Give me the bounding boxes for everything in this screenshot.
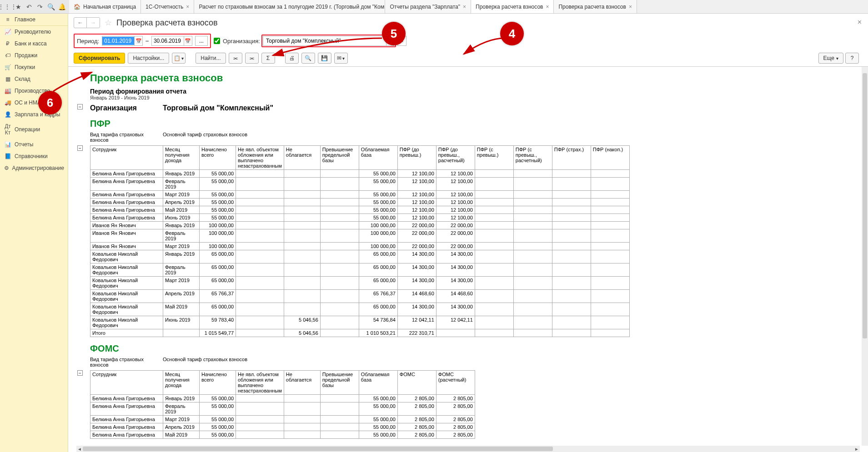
cell (513, 229, 552, 243)
nav-back-icon[interactable]: ← (74, 18, 87, 28)
generate-button[interactable]: Сформировать (74, 53, 125, 64)
table-row[interactable]: Белкина Анна ГригорьевнаМай 201955 000,0… (90, 431, 475, 439)
table-row[interactable]: Ковальков Николай ФедоровичЯнварь 201965… (90, 250, 630, 263)
scrollbar-horizontal[interactable]: ◄ ► (76, 446, 860, 452)
preview-button[interactable]: 🔍 (301, 53, 315, 64)
table-row[interactable]: Ковальков Николай ФедоровичМай 201965 00… (90, 303, 630, 316)
tab[interactable]: Проверка расчета взносов× (554, 0, 637, 13)
tab-close-icon[interactable]: × (186, 4, 189, 10)
print-button[interactable]: 🖨 (285, 53, 299, 64)
date-from-field[interactable]: 📅 (102, 36, 143, 46)
star-icon[interactable]: ★ (13, 1, 24, 12)
sidebar-item[interactable]: ⚙Администрирование (0, 162, 68, 174)
send-button[interactable]: ✉ (334, 53, 348, 64)
sidebar-item[interactable]: 🛒Покупки (0, 61, 68, 73)
cell: 55 000,00 (200, 431, 236, 439)
structure-button[interactable]: 📋 (172, 53, 186, 64)
search-icon[interactable]: 🔍 (45, 1, 56, 12)
table-row[interactable]: Белкина Анна ГригорьевнаМай 201955 000,0… (90, 206, 630, 214)
table-row[interactable]: Белкина Анна ГригорьевнаЯнварь 201955 00… (90, 170, 630, 178)
back-icon[interactable]: ↶ (24, 1, 35, 12)
calendar-from-icon[interactable]: 📅 (134, 36, 142, 45)
sum-button[interactable]: Σ (261, 53, 275, 64)
cell: 65 766,37 (359, 290, 397, 303)
table-row[interactable]: Ковальков Николай ФедоровичИюнь 201959 7… (90, 316, 630, 329)
tab[interactable]: Расчет по страховым взносам за 1 полугод… (194, 0, 385, 13)
org-field[interactable]: Торговый дом "Комплексный" ▾ (263, 36, 395, 46)
cell (513, 222, 552, 229)
tab-close-icon[interactable]: × (463, 4, 466, 10)
sidebar-item[interactable]: ▦Склад (0, 73, 68, 85)
date-to-input[interactable] (152, 37, 184, 45)
date-from-input[interactable] (102, 37, 134, 45)
sidebar-item[interactable]: 🏷Продажи (0, 50, 68, 61)
cell (552, 170, 591, 178)
expand-button[interactable]: ⫘ (229, 53, 242, 64)
cell: 55 000,00 (200, 206, 236, 214)
cell (320, 199, 359, 206)
sidebar-item[interactable]: Дт КтОперации (0, 120, 68, 139)
date-to-field[interactable]: 📅 (151, 36, 192, 46)
report-area[interactable]: Проверка расчета взносов Период формиров… (68, 66, 868, 452)
close-panel-icon[interactable]: × (858, 18, 862, 26)
scroll-right-icon[interactable]: ► (853, 446, 860, 452)
tab[interactable]: Проверка расчета взносов× (471, 0, 554, 13)
cell: 55 000,00 (359, 199, 397, 206)
favorite-icon[interactable]: ☆ (105, 18, 112, 28)
sidebar-item[interactable]: ₽Банк и касса (0, 38, 68, 50)
table-row[interactable]: Белкина Анна ГригорьевнаМарт 201955 000,… (90, 191, 630, 199)
cell: 100 000,00 (200, 229, 236, 243)
cell: 22 000,00 (397, 222, 436, 229)
more-button[interactable]: Еще▾ (818, 53, 843, 64)
table-row[interactable]: Ковальков Николай ФедоровичФевраль 20196… (90, 263, 630, 277)
scroll-left-icon[interactable]: ◄ (76, 446, 83, 452)
cell (591, 178, 629, 191)
sidebar-item[interactable]: 📘Справочники (0, 150, 68, 162)
collapse-toggle-icon[interactable]: − (77, 145, 83, 151)
table-row[interactable]: Ковальков Николай ФедоровичМарт 201965 0… (90, 277, 630, 290)
table-row[interactable]: Иванов Ян ЯновичФевраль 2019100 000,0010… (90, 229, 630, 243)
sidebar-item[interactable]: ≡Главное (0, 14, 68, 26)
calendar-to-icon[interactable]: 📅 (184, 36, 192, 45)
settings-button[interactable]: Настройки... (128, 53, 169, 64)
tab[interactable]: Начальная страница (69, 0, 141, 13)
scroll-thumb[interactable] (83, 447, 553, 451)
sidebar-item[interactable]: 📊Отчеты (0, 139, 68, 150)
tab[interactable]: Отчеты раздела "Зарплата"× (385, 0, 471, 13)
table-row[interactable]: Белкина Анна ГригорьевнаФевраль 201955 0… (90, 178, 630, 191)
table-row[interactable]: Итого1 015 549,775 046,561 010 503,21222… (90, 329, 630, 337)
period-label: Период: (77, 38, 99, 45)
sidebar-item[interactable]: 📈Руководителю (0, 26, 68, 38)
save-button[interactable]: 💾 (318, 53, 331, 64)
table-row[interactable]: Белкина Анна ГригорьевнаФевраль 201955 0… (90, 402, 475, 416)
collapse-toggle-icon[interactable]: − (77, 104, 83, 109)
help-button[interactable]: ? (845, 53, 859, 64)
org-checkbox[interactable] (214, 38, 220, 44)
tab[interactable]: 1С-Отчетность× (141, 0, 194, 13)
collapse-toggle-icon[interactable]: − (77, 370, 83, 376)
table-row[interactable]: Белкина Анна ГригорьевнаАпрель 201955 00… (90, 199, 630, 206)
forward-icon[interactable]: ↷ (35, 1, 45, 12)
tab-label: Расчет по страховым взносам за 1 полугод… (199, 4, 385, 10)
cell: 14 300,00 (397, 303, 436, 316)
nav-fwd-icon[interactable]: → (87, 18, 100, 28)
apps-icon[interactable]: ⋮⋮⋮ (2, 1, 13, 12)
tab-close-icon[interactable]: × (546, 4, 549, 10)
cell (591, 303, 629, 316)
table-row[interactable]: Белкина Анна ГригорьевнаЯнварь 201955 00… (90, 395, 475, 402)
tab-close-icon[interactable]: × (629, 4, 632, 10)
cell (284, 243, 320, 250)
bell-icon[interactable]: 🔔 (56, 1, 67, 12)
collapse-button[interactable]: ⫘ (245, 53, 259, 64)
find-button[interactable]: Найти... (196, 53, 226, 64)
cell: 65 000,00 (359, 250, 397, 263)
cell (236, 191, 284, 199)
table-row[interactable]: Иванов Ян ЯновичМарт 2019100 000,00100 0… (90, 243, 630, 250)
period-picker-button[interactable]: ... (195, 36, 208, 46)
table-row[interactable]: Иванов Ян ЯновичЯнварь 2019100 000,00100… (90, 222, 630, 229)
table-row[interactable]: Белкина Анна ГригорьевнаАпрель 201955 00… (90, 423, 475, 431)
table-row[interactable]: Ковальков Николай ФедоровичАпрель 201965… (90, 290, 630, 303)
table-row[interactable]: Белкина Анна ГригорьевнаИюнь 201955 000,… (90, 214, 630, 222)
table-row[interactable]: Белкина Анна ГригорьевнаМарт 201955 000,… (90, 416, 475, 423)
scrollbar-vertical[interactable] (862, 67, 868, 446)
